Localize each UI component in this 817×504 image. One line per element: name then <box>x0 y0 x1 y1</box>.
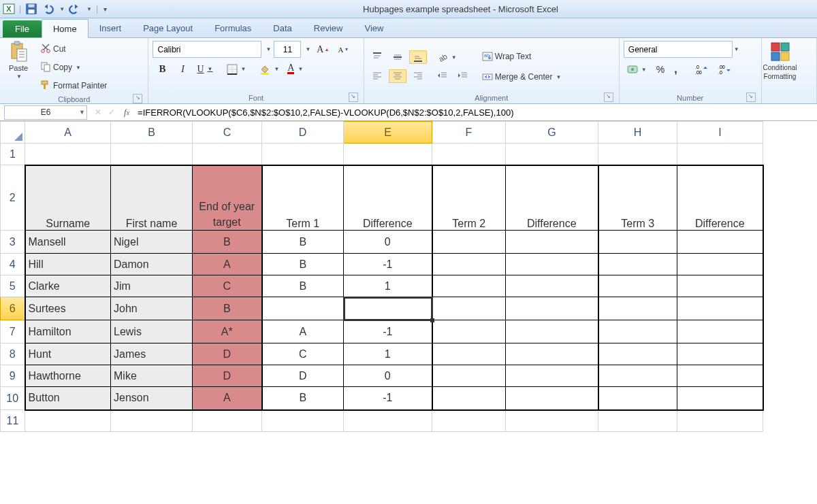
cell-C4[interactable]: A <box>193 254 262 275</box>
cell-F2[interactable]: Term 2 <box>432 165 506 231</box>
grow-font-button[interactable]: A▴ <box>313 43 332 56</box>
cell-D4[interactable]: B <box>262 254 344 275</box>
cell-C11[interactable] <box>193 410 262 432</box>
conditional-formatting-button[interactable]: Conditional Formatting <box>766 41 795 80</box>
cell-B11[interactable] <box>111 410 193 432</box>
merge-center-button[interactable]: Merge & Center ▼ <box>479 69 565 85</box>
tab-view[interactable]: View <box>353 19 394 37</box>
cell-G10[interactable] <box>506 387 598 410</box>
tab-data[interactable]: Data <box>262 19 302 37</box>
cell-B4[interactable]: Damon <box>111 254 193 275</box>
cell-B1[interactable] <box>111 144 193 165</box>
cell-H1[interactable] <box>598 144 677 165</box>
col-header-I[interactable]: I <box>677 122 763 144</box>
cell-F8[interactable] <box>432 343 506 365</box>
decrease-decimal-button[interactable]: .00.0 <box>715 63 735 76</box>
font-dialog-launcher-icon[interactable]: ↘ <box>349 93 358 102</box>
cell-B3[interactable]: Nigel <box>111 231 193 254</box>
row-header-4[interactable]: 4 <box>1 254 25 275</box>
cell-B5[interactable]: Jim <box>111 275 193 297</box>
merge-dropdown-icon[interactable]: ▼ <box>556 74 561 80</box>
cell-F7[interactable] <box>432 320 506 343</box>
font-size-dropdown-icon[interactable]: ▼ <box>305 46 310 52</box>
shrink-font-button[interactable]: A▾ <box>334 44 351 55</box>
cell-E8[interactable]: 1 <box>344 343 432 365</box>
cell-A3[interactable]: Mansell <box>25 231 111 254</box>
cell-C8[interactable]: D <box>193 343 262 365</box>
cell-A7[interactable]: Hamilton <box>25 320 111 343</box>
cell-H7[interactable] <box>598 320 677 343</box>
row-header-1[interactable]: 1 <box>1 144 25 165</box>
cell-H11[interactable] <box>598 410 677 432</box>
align-center-button[interactable] <box>389 69 406 83</box>
cell-F3[interactable] <box>432 231 506 254</box>
cell-E6[interactable] <box>344 297 432 320</box>
cell-G9[interactable] <box>506 365 598 387</box>
cell-C5[interactable]: C <box>193 275 262 297</box>
italic-button[interactable]: I <box>173 62 192 76</box>
cell-H5[interactable] <box>598 275 677 297</box>
cell-I1[interactable] <box>677 144 763 165</box>
cell-D11[interactable] <box>262 410 344 432</box>
cell-C9[interactable]: D <box>193 365 262 387</box>
col-header-A[interactable]: A <box>25 122 111 144</box>
cell-I7[interactable] <box>677 320 763 343</box>
clipboard-dialog-launcher-icon[interactable]: ↘ <box>133 94 142 103</box>
cell-A10[interactable]: Button <box>25 387 111 410</box>
cell-E9[interactable]: 0 <box>344 365 432 387</box>
col-header-E[interactable]: E <box>344 122 432 144</box>
file-tab[interactable]: File <box>3 20 42 37</box>
name-box-dropdown-icon[interactable]: ▼ <box>79 109 85 116</box>
undo-icon[interactable] <box>42 3 54 15</box>
undo-dropdown-icon[interactable]: ▼ <box>59 6 65 12</box>
cell-A9[interactable]: Hawthorne <box>25 365 111 387</box>
redo-dropdown-icon[interactable]: ▼ <box>86 6 92 12</box>
number-format-dropdown-icon[interactable]: ▼ <box>734 46 739 52</box>
redo-icon[interactable] <box>69 3 81 15</box>
cell-F4[interactable] <box>432 254 506 275</box>
decrease-indent-button[interactable] <box>434 69 451 83</box>
row-header-11[interactable]: 11 <box>1 410 25 432</box>
tab-review[interactable]: Review <box>303 19 354 37</box>
col-header-H[interactable]: H <box>598 122 677 144</box>
borders-button[interactable]: ▼ <box>223 63 250 76</box>
cell-F1[interactable] <box>432 144 506 165</box>
cell-G3[interactable] <box>506 231 598 254</box>
row-header-9[interactable]: 9 <box>1 365 25 387</box>
cell-I3[interactable] <box>677 231 763 254</box>
percent-button[interactable]: % <box>653 63 668 76</box>
cell-F10[interactable] <box>432 387 506 410</box>
cell-G6[interactable] <box>506 297 598 320</box>
cell-I9[interactable] <box>677 365 763 387</box>
fx-icon[interactable]: fx <box>118 107 135 118</box>
number-format-combo[interactable] <box>624 41 733 58</box>
cell-G2[interactable]: Difference <box>506 165 598 231</box>
row-header-7[interactable]: 7 <box>1 320 25 343</box>
font-color-dropdown-icon[interactable]: ▼ <box>298 66 303 72</box>
cell-G1[interactable] <box>506 144 598 165</box>
cell-C3[interactable]: B <box>193 231 262 254</box>
cell-H6[interactable] <box>598 297 677 320</box>
alignment-dialog-launcher-icon[interactable]: ↘ <box>604 93 613 102</box>
font-size-combo[interactable] <box>274 41 301 58</box>
font-name-combo[interactable] <box>153 41 261 58</box>
row-header-6[interactable]: 6 <box>1 297 25 320</box>
cell-D6[interactable] <box>262 297 344 320</box>
cell-G8[interactable] <box>506 343 598 365</box>
copy-dropdown-icon[interactable]: ▼ <box>76 65 81 71</box>
formula-input[interactable] <box>135 104 817 120</box>
font-color-button[interactable]: A▼ <box>284 63 306 75</box>
cell-B7[interactable]: Lewis <box>111 320 193 343</box>
cell-I2[interactable]: Difference <box>677 165 763 231</box>
increase-decimal-button[interactable]: .0.00 <box>692 63 712 76</box>
cell-A8[interactable]: Hunt <box>25 343 111 365</box>
cell-D9[interactable]: D <box>262 365 344 387</box>
accounting-format-button[interactable]: ▼ <box>624 63 650 76</box>
row-header-5[interactable]: 5 <box>1 275 25 297</box>
cell-A2[interactable]: Surname <box>25 165 111 231</box>
cell-I11[interactable] <box>677 410 763 432</box>
cell-E5[interactable]: 1 <box>344 275 432 297</box>
paste-dropdown-icon[interactable]: ▼ <box>16 73 22 80</box>
cell-H2[interactable]: Term 3 <box>598 165 677 231</box>
name-box[interactable]: E6 ▼ <box>4 105 87 120</box>
